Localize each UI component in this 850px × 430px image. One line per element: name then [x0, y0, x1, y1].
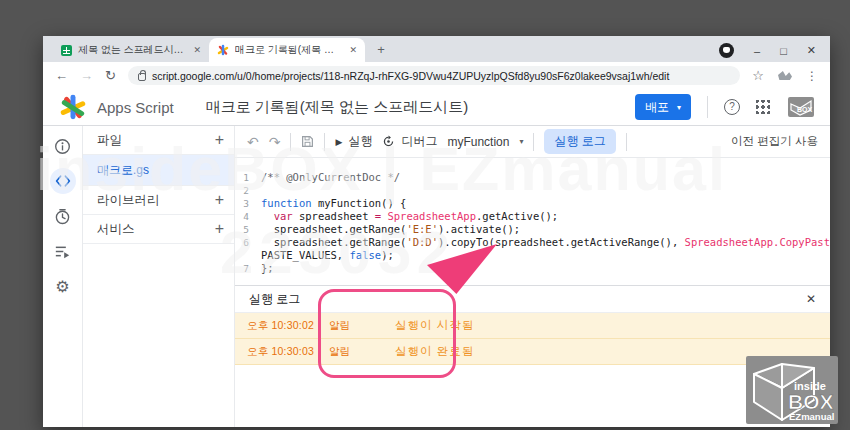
debug-label: 디버그: [401, 133, 437, 150]
log-timestamp: 오후 10:30:03: [247, 345, 329, 359]
browser-menu-icon[interactable]: ⋮: [806, 69, 818, 83]
settings-gear-icon[interactable]: ⚙: [50, 273, 76, 299]
deploy-caret-icon: ▾: [677, 103, 681, 112]
line-number: 3: [235, 197, 261, 210]
reload-button[interactable]: ↻: [105, 68, 116, 83]
apps-script-header: Apps Script 매크로 기록됨(제목 없는 스프레드시트) 배포 ▾ ?…: [43, 89, 830, 126]
execution-log-button[interactable]: 실행 로그: [544, 129, 615, 154]
log-close-icon[interactable]: ✕: [806, 292, 816, 306]
file-name: 매크로.gs: [97, 162, 149, 179]
code-text: [261, 184, 267, 197]
line-number: 6: [235, 236, 261, 249]
insidebox-logo: inside BOX EZmanual: [746, 356, 838, 424]
address-bar[interactable]: script.google.com/u/0/home/projects/118-…: [128, 66, 740, 85]
log-timestamp: 오후 10:30:02: [247, 319, 329, 333]
apps-script-body: ⚙ 파일 + 매크로.gs 라이브러리 + 서비스 +: [43, 126, 830, 427]
file-item-macro-gs[interactable]: 매크로.gs: [83, 155, 234, 186]
editor-pane: ↶ ↷ ▶ 실행 디버그 myFunction ▾: [235, 126, 830, 427]
product-name[interactable]: Apps Script: [97, 99, 174, 116]
deploy-label: 배포: [645, 99, 669, 116]
browser-profile-icon[interactable]: [719, 43, 734, 58]
tab-title: 제목 없는 스프레드시트 - Goog: [78, 43, 187, 57]
files-section-header: 파일 +: [83, 126, 234, 155]
apps-script-logo-icon: [59, 94, 87, 120]
undo-icon[interactable]: ↶: [247, 134, 259, 150]
browser-tab-strip: 제목 없는 스프레드시트 - Goog ✕ 매크로 기록됨(제목 없는 스프레 …: [43, 36, 830, 62]
libraries-label: 라이브러리: [97, 192, 160, 209]
code-text: spreadsheet.getRange('D:D').copyTo(sprea…: [261, 236, 830, 249]
header-divider: [707, 96, 708, 118]
bookmark-star-icon[interactable]: ☆: [752, 68, 764, 83]
line-number: 1: [235, 171, 261, 184]
logo-box-text: BOX: [788, 390, 834, 413]
redo-icon[interactable]: ↷: [269, 134, 281, 150]
code-line: 6 spreadsheet.getRange('D:D').copyTo(spr…: [235, 236, 830, 249]
project-title[interactable]: 매크로 기록됨(제목 없는 스프레드시트): [206, 98, 469, 117]
code-line: 2: [235, 184, 830, 197]
toolbar-divider: [290, 133, 291, 151]
code-editor[interactable]: 1/** @OnlyCurrentDoc */2 3function myFun…: [235, 158, 830, 285]
add-file-button[interactable]: +: [215, 131, 224, 149]
new-tab-button[interactable]: +: [373, 42, 389, 58]
function-selector[interactable]: myFunction ▾: [447, 135, 523, 149]
code-line: 1/** @OnlyCurrentDoc */: [235, 171, 830, 184]
help-icon[interactable]: ?: [724, 99, 740, 115]
line-number: 2: [235, 184, 261, 197]
lock-icon: [138, 73, 146, 81]
code-line: 3function myFunction() {: [235, 197, 830, 210]
code-text: spreadsheet.getRange('E:E').activate();: [261, 223, 520, 236]
extension-icon[interactable]: [778, 71, 792, 80]
services-label: 서비스: [97, 221, 135, 238]
editor-toolbar: ↶ ↷ ▶ 실행 디버그 myFunction ▾: [235, 126, 830, 158]
function-name: myFunction: [447, 135, 509, 149]
forward-button[interactable]: →: [80, 68, 93, 83]
tab-close-icon[interactable]: ✕: [193, 45, 201, 55]
toolbar-divider: [533, 133, 534, 151]
window-close-button[interactable]: ✕: [807, 44, 816, 57]
desktop-background: 제목 없는 스프레드시트 - Goog ✕ 매크로 기록됨(제목 없는 스프레 …: [0, 0, 850, 430]
window-maximize-button[interactable]: □: [780, 45, 787, 57]
code-line: 4 var spreadsheet = SpreadsheetApp.getAc…: [235, 210, 830, 223]
code-text: /** @OnlyCurrentDoc */: [261, 171, 400, 184]
function-caret-icon: ▾: [519, 137, 523, 146]
annotation-highlight-box: [318, 289, 456, 378]
add-library-button[interactable]: +: [215, 191, 224, 209]
line-number: 7: [235, 262, 261, 275]
browser-toolbar: ← → ↻ script.google.com/u/0/home/project…: [43, 62, 830, 89]
code-text: };: [261, 262, 274, 275]
apps-script-favicon-icon: [217, 44, 229, 56]
logo-ezmanual-text: EZmanual: [789, 411, 834, 422]
account-avatar[interactable]: BOX: [786, 96, 816, 118]
tab-title: 매크로 기록됨(제목 없는 스프레: [235, 43, 343, 57]
tab-spreadsheet[interactable]: 제목 없는 스프레드시트 - Goog ✕: [53, 38, 209, 62]
back-button[interactable]: ←: [55, 68, 68, 83]
window-minimize-button[interactable]: –: [754, 45, 760, 57]
toolbar-divider: [626, 133, 627, 151]
debug-button[interactable]: 디버그: [382, 133, 437, 150]
debug-icon: [382, 135, 395, 148]
legacy-editor-link[interactable]: 이전 편집기 사용: [731, 134, 818, 149]
editor-icon[interactable]: [50, 168, 76, 194]
line-number: [235, 249, 261, 262]
code-text: PASTE_VALUES, false);: [261, 249, 394, 262]
run-play-icon: ▶: [335, 137, 342, 147]
run-label: 실행: [348, 133, 372, 150]
save-icon[interactable]: [301, 135, 314, 148]
line-number: 4: [235, 210, 261, 223]
sheets-favicon-icon: [61, 45, 72, 56]
services-section-header: 서비스 +: [83, 215, 234, 244]
line-number: 5: [235, 223, 261, 236]
add-service-button[interactable]: +: [215, 220, 224, 238]
deploy-button[interactable]: 배포 ▾: [635, 94, 691, 120]
tab-apps-script[interactable]: 매크로 기록됨(제목 없는 스프레 ✕: [209, 38, 365, 62]
overview-icon[interactable]: [50, 133, 76, 159]
run-button[interactable]: ▶ 실행: [335, 133, 372, 150]
svg-text:BOX: BOX: [797, 106, 813, 113]
code-line: PASTE_VALUES, false);: [235, 249, 830, 262]
tab-close-icon[interactable]: ✕: [349, 45, 357, 55]
files-label: 파일: [97, 132, 122, 149]
triggers-clock-icon[interactable]: [50, 203, 76, 229]
apps-grid-icon[interactable]: [756, 100, 770, 114]
executions-icon[interactable]: [50, 238, 76, 264]
code-text: var spreadsheet = SpreadsheetApp.getActi…: [261, 210, 558, 223]
